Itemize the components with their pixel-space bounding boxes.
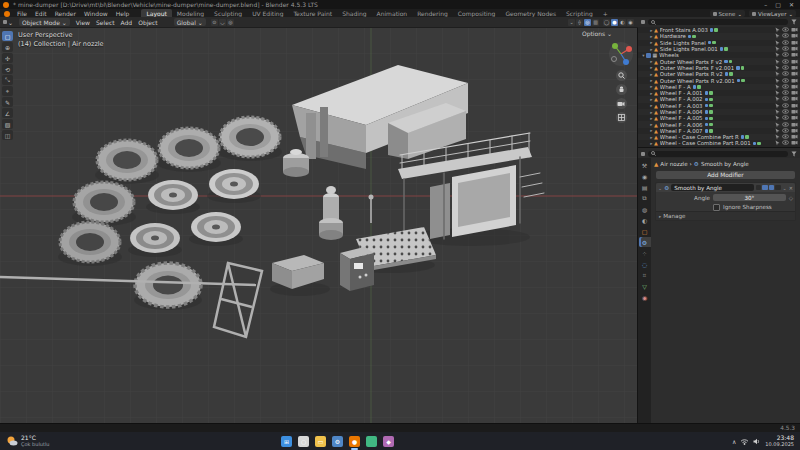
properties-tab[interactable]: ⚙ [639,237,651,247]
mode-selector[interactable]: Object Mode ⌄ [19,18,70,26]
menu-item[interactable]: Render [51,10,80,17]
render-camera-icon[interactable] [791,103,798,108]
properties-editor-icon[interactable] [641,152,645,156]
outliner-editor-icon[interactable] [641,20,645,24]
shading-rendered-button[interactable]: ◉ [627,19,634,26]
render-camera-icon[interactable] [791,52,798,57]
render-camera-icon[interactable] [791,109,798,114]
render-camera-icon[interactable] [791,46,798,51]
zoom-view-button[interactable] [616,70,627,81]
selectable-icon[interactable] [775,140,780,146]
gizmo-toggle[interactable]: ⟠ [576,19,583,26]
render-camera-icon[interactable] [791,65,798,70]
manage-panel-header[interactable]: ▸ Manage [656,211,795,220]
hide-eye-icon[interactable] [782,134,789,139]
modifier-extras-button[interactable]: ⌄ [783,185,787,191]
selectable-icon[interactable] [775,96,780,102]
breadcrumb-object[interactable]: Air nozzle [660,161,687,167]
hide-eye-icon[interactable] [782,40,789,45]
selectable-icon[interactable] [775,103,780,109]
render-camera-icon[interactable] [791,90,798,95]
modifier-close-button[interactable]: ✕ [789,185,793,191]
breadcrumb-modifier[interactable]: Smooth by Angle [701,161,749,167]
render-camera-icon[interactable] [791,71,798,76]
hide-eye-icon[interactable] [782,46,789,51]
hide-eye-icon[interactable] [782,109,789,114]
toggle-cage[interactable] [775,185,781,191]
pivot-point-button[interactable]: ⊙ [211,19,218,26]
attribute-toggle-icon[interactable]: ◇ [789,195,793,201]
taskbar-app-icon[interactable]: ○ [298,436,309,447]
ignore-sharpness-checkbox[interactable] [713,204,720,211]
render-camera-icon[interactable] [791,122,798,127]
viewport-canvas[interactable] [0,27,638,424]
tool-button[interactable]: ◫ [2,130,13,140]
tool-button[interactable]: ⌖ [2,86,13,96]
speaker-icon[interactable] [753,438,761,445]
hide-eye-icon[interactable] [782,128,789,133]
properties-tab[interactable]: ◉ [639,292,651,302]
shading-wireframe-button[interactable]: ◯ [603,19,610,26]
render-camera-icon[interactable] [791,59,798,64]
taskbar-app-icon[interactable]: ⊞ [281,436,292,447]
viewport-menu[interactable]: Select [93,19,118,26]
navigation-gizmo[interactable] [608,41,634,67]
tool-button[interactable]: ✎ [2,97,13,107]
hide-eye-icon[interactable] [782,65,789,70]
hide-eye-icon[interactable] [782,84,789,89]
hide-eye-icon[interactable] [782,78,789,83]
properties-tab[interactable]: ▽ [639,281,651,291]
outliner-row[interactable]: ▸ ▲ Outer Wheel Parts R v2 [638,71,800,77]
hide-eye-icon[interactable] [782,103,789,108]
selectable-icon[interactable] [775,52,780,58]
angle-value-field[interactable]: 30° [713,194,786,201]
collection-checkbox[interactable] [646,53,651,58]
proportional-edit-button[interactable]: ◎ [227,19,234,26]
outliner-row[interactable]: ▸ ▲ Outer Wheel Parts F v2.001 [638,65,800,71]
close-button[interactable]: ✕ [789,1,794,8]
viewport-menu[interactable]: Object [135,19,161,26]
tool-button[interactable]: ▧ [2,119,13,129]
minimize-button[interactable]: – [764,1,767,8]
render-camera-icon[interactable] [791,27,798,32]
hide-eye-icon[interactable] [782,96,789,101]
render-camera-icon[interactable] [791,84,798,89]
outliner-row[interactable]: ▸ ▲ Outer Wheel Parts R v2.001 [638,77,800,83]
properties-tab[interactable]: ◌ [639,259,651,269]
move-view-button[interactable] [616,84,627,95]
maximize-button[interactable]: ▢ [775,1,781,8]
menu-item[interactable]: Edit [31,10,51,17]
render-camera-icon[interactable] [791,33,798,38]
viewport-options-button[interactable]: Options ⌄ [582,30,612,37]
tool-button[interactable]: ⤡ [2,75,13,85]
overlays-toggle[interactable]: ◎ [584,19,591,26]
blender-menu-icon[interactable] [4,11,10,17]
viewport-menu[interactable]: View [73,19,93,26]
properties-tab[interactable]: ⁘ [639,248,651,258]
render-camera-icon[interactable] [791,115,798,120]
selectable-icon[interactable] [775,115,780,121]
tool-button[interactable]: ⟲ [2,64,13,74]
xray-toggle[interactable]: ▥ [592,19,599,26]
properties-tab[interactable]: ◉ [639,171,651,181]
selectable-icon[interactable] [775,27,780,33]
taskbar-app-icon[interactable]: ◆ [383,436,394,447]
tool-button[interactable]: ∠ [2,108,13,118]
menu-item[interactable]: Window [80,10,112,17]
taskbar-app-icon[interactable]: ▭ [315,436,326,447]
selectable-icon[interactable] [775,40,780,46]
properties-tab[interactable]: ⚒ [639,160,651,170]
render-camera-icon[interactable] [791,78,798,83]
hide-eye-icon[interactable] [782,115,789,120]
outliner-row[interactable]: ▸ ▲ Outer Wheel Parts F v2 [638,58,800,64]
toggle-realtime[interactable] [762,185,768,191]
properties-search-input[interactable] [648,151,788,157]
shading-material-button[interactable]: ◐ [619,19,626,26]
add-modifier-button[interactable]: Add Modifier [656,171,795,179]
shading-solid-button[interactable]: ● [611,19,618,26]
selectable-icon[interactable] [775,122,780,128]
properties-tab[interactable]: ▤ [639,182,651,192]
3d-viewport[interactable]: ⌄ Object Mode ⌄ ViewSelectAddObject Glob… [0,17,638,424]
selectable-icon[interactable] [775,33,780,39]
selectable-icon[interactable] [775,134,780,140]
